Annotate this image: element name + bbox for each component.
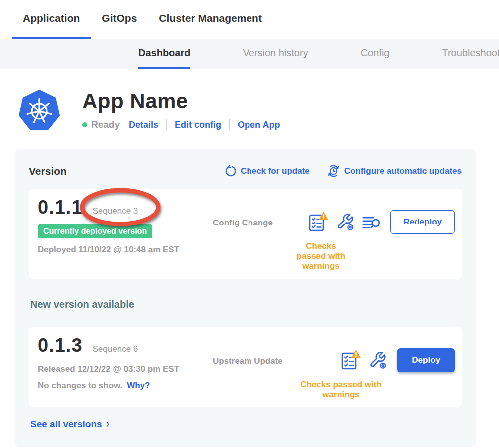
- tab-version-history[interactable]: Version history: [243, 39, 308, 69]
- available-checks-status: Checks passed with warnings: [295, 380, 387, 400]
- configure-automatic-updates-label: Configure automatic updates: [344, 166, 462, 176]
- no-changes-text: No changes to show.: [38, 381, 122, 390]
- available-version-number: 0.1.3: [38, 335, 83, 356]
- version-section: Version Check for update Configure: [15, 149, 476, 447]
- app-title: App Name: [82, 89, 280, 113]
- current-checks-status: Checks passed with warnings: [295, 241, 347, 271]
- edit-config-values-icon[interactable]: [368, 350, 388, 370]
- auto-update-clock-icon: [327, 164, 340, 178]
- current-version-sequence: Sequence 3: [93, 206, 138, 216]
- open-app-link[interactable]: Open App: [238, 120, 280, 130]
- current-version-number: 0.1.1: [38, 197, 83, 218]
- kubernetes-logo-icon: [17, 88, 61, 133]
- currently-deployed-badge: Currently deployed version: [38, 224, 152, 238]
- see-all-versions-link[interactable]: See all versions ›: [30, 418, 109, 430]
- configure-automatic-updates-link[interactable]: Configure automatic updates: [327, 164, 462, 178]
- current-version-type: Config Change: [213, 218, 295, 228]
- edit-config-link[interactable]: Edit config: [175, 120, 221, 130]
- status-ready-dot-icon: [82, 122, 87, 127]
- tab-config[interactable]: Config: [361, 39, 390, 69]
- see-all-versions-label: See all versions: [30, 419, 102, 430]
- current-version-card: 0.1.1 Sequence 3 Currently deployed vers…: [29, 189, 462, 279]
- app-header: App Name Ready Details Edit config Open …: [17, 88, 499, 133]
- tab-gitops[interactable]: GitOps: [91, 0, 148, 39]
- preflight-checks-icon[interactable]: [308, 211, 329, 233]
- check-for-update-link[interactable]: Check for update: [225, 165, 310, 177]
- app-sub-nav: Dashboard Version history Config Trouble…: [0, 39, 499, 69]
- preflight-checks-icon[interactable]: [340, 349, 361, 371]
- available-version-card: 0.1.3 Sequence 6 Released 12/12/22 @ 03:…: [29, 327, 462, 407]
- redeploy-button[interactable]: Redeploy: [390, 210, 455, 234]
- chevron-right-icon: ›: [106, 417, 110, 430]
- check-for-update-label: Check for update: [241, 166, 310, 176]
- view-diff-icon[interactable]: [362, 214, 381, 230]
- available-version-sequence: Sequence 6: [93, 344, 138, 354]
- released-timestamp: Released 12/12/22 @ 03:30 pm EST: [38, 364, 213, 374]
- divider: [166, 119, 167, 130]
- why-link[interactable]: Why?: [127, 381, 150, 390]
- deploy-button[interactable]: Deploy: [397, 348, 455, 372]
- primary-nav: Application GitOps Cluster Management: [0, 0, 499, 39]
- tab-dashboard[interactable]: Dashboard: [138, 39, 190, 69]
- details-link[interactable]: Details: [129, 120, 158, 130]
- edit-config-values-icon[interactable]: [335, 212, 355, 232]
- tab-troubleshoot[interactable]: Troubleshoot: [442, 39, 499, 69]
- available-version-type: Upstream Update: [213, 356, 295, 366]
- deployed-timestamp: Deployed 11/10/22 @ 10:48 am EST: [38, 245, 213, 255]
- version-section-title: Version: [29, 165, 67, 177]
- new-version-heading: New version available: [30, 299, 462, 310]
- tab-cluster-management[interactable]: Cluster Management: [148, 0, 273, 39]
- tab-application[interactable]: Application: [12, 0, 91, 39]
- app-status: Ready: [91, 119, 120, 130]
- refresh-icon: [225, 165, 237, 177]
- divider: [229, 119, 230, 130]
